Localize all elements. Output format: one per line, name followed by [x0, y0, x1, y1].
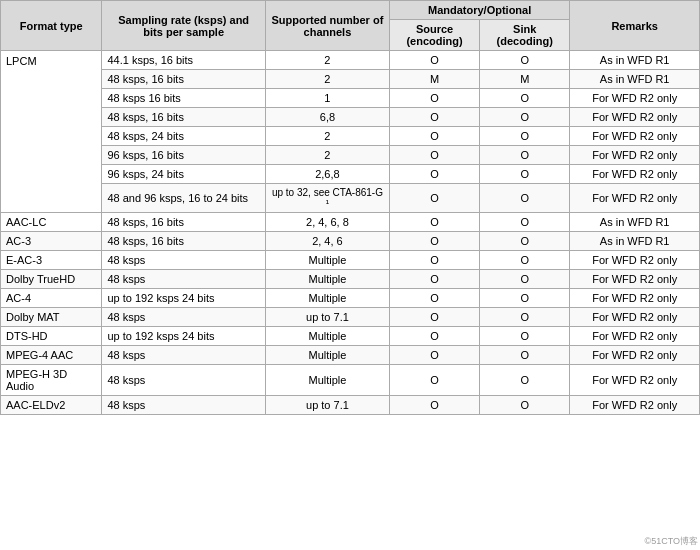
cell-sink: O — [480, 270, 570, 289]
table-row: 96 ksps, 24 bits2,6,8OOFor WFD R2 only — [1, 165, 700, 184]
cell-sink: O — [480, 232, 570, 251]
header-mandatory-optional: Mandatory/Optional — [389, 1, 569, 20]
cell-channels: 2,6,8 — [265, 165, 389, 184]
cell-remarks: As in WFD R1 — [570, 213, 700, 232]
cell-source: O — [389, 127, 479, 146]
cell-source: O — [389, 270, 479, 289]
table-row: 48 and 96 ksps, 16 to 24 bitsup to 32, s… — [1, 184, 700, 213]
table-row: Dolby TrueHD48 kspsMultipleOOFor WFD R2 … — [1, 270, 700, 289]
cell-remarks: For WFD R2 only — [570, 396, 700, 415]
cell-sink: O — [480, 346, 570, 365]
cell-sampling: 48 ksps, 16 bits — [102, 232, 265, 251]
cell-source: O — [389, 289, 479, 308]
cell-format: Dolby MAT — [1, 308, 102, 327]
cell-channels: 6,8 — [265, 108, 389, 127]
cell-remarks: For WFD R2 only — [570, 270, 700, 289]
cell-channels: 2, 4, 6, 8 — [265, 213, 389, 232]
cell-sampling: 48 ksps, 16 bits — [102, 213, 265, 232]
cell-format: DTS-HD — [1, 327, 102, 346]
cell-sink: O — [480, 184, 570, 213]
cell-remarks: For WFD R2 only — [570, 365, 700, 396]
cell-channels: up to 32, see CTA-861-G ¹ — [265, 184, 389, 213]
cell-channels: Multiple — [265, 270, 389, 289]
cell-sampling: 48 ksps, 24 bits — [102, 127, 265, 146]
cell-channels: Multiple — [265, 327, 389, 346]
table-row: AC-4up to 192 ksps 24 bitsMultipleOOFor … — [1, 289, 700, 308]
cell-source: O — [389, 365, 479, 396]
cell-source: O — [389, 327, 479, 346]
cell-format: AC-3 — [1, 232, 102, 251]
cell-sampling: up to 192 ksps 24 bits — [102, 327, 265, 346]
table-row: AC-348 ksps, 16 bits2, 4, 6OOAs in WFD R… — [1, 232, 700, 251]
table-row: MPEG-H 3D Audio48 kspsMultipleOOFor WFD … — [1, 365, 700, 396]
cell-sink: O — [480, 396, 570, 415]
cell-sampling: 48 ksps — [102, 396, 265, 415]
cell-remarks: For WFD R2 only — [570, 127, 700, 146]
cell-sink: O — [480, 365, 570, 396]
cell-source: O — [389, 146, 479, 165]
cell-channels: up to 7.1 — [265, 396, 389, 415]
cell-sink: O — [480, 89, 570, 108]
audio-format-table: Format type Sampling rate (ksps) and bit… — [0, 0, 700, 415]
cell-channels: 2 — [265, 51, 389, 70]
cell-remarks: As in WFD R1 — [570, 70, 700, 89]
cell-sink: O — [480, 308, 570, 327]
table-body: LPCM44.1 ksps, 16 bits2OOAs in WFD R148 … — [1, 51, 700, 415]
table-row: 96 ksps, 16 bits2OOFor WFD R2 only — [1, 146, 700, 165]
cell-source: M — [389, 70, 479, 89]
table-row: 48 ksps, 16 bits2MMAs in WFD R1 — [1, 70, 700, 89]
cell-source: O — [389, 396, 479, 415]
cell-remarks: For WFD R2 only — [570, 108, 700, 127]
cell-source: O — [389, 308, 479, 327]
header-row-top: Format type Sampling rate (ksps) and bit… — [1, 1, 700, 20]
cell-sampling: 48 ksps, 16 bits — [102, 108, 265, 127]
table-row: 48 ksps 16 bits1OOFor WFD R2 only — [1, 89, 700, 108]
table-row: DTS-HDup to 192 ksps 24 bitsMultipleOOFo… — [1, 327, 700, 346]
cell-channels: Multiple — [265, 289, 389, 308]
cell-remarks: For WFD R2 only — [570, 146, 700, 165]
cell-remarks: For WFD R2 only — [570, 251, 700, 270]
cell-source: O — [389, 213, 479, 232]
cell-sampling: 48 ksps, 16 bits — [102, 70, 265, 89]
cell-sink: O — [480, 251, 570, 270]
cell-channels: 2 — [265, 146, 389, 165]
cell-remarks: For WFD R2 only — [570, 308, 700, 327]
cell-remarks: For WFD R2 only — [570, 327, 700, 346]
cell-source: O — [389, 165, 479, 184]
cell-sampling: 48 ksps 16 bits — [102, 89, 265, 108]
table-row: 48 ksps, 24 bits2OOFor WFD R2 only — [1, 127, 700, 146]
cell-source: O — [389, 51, 479, 70]
cell-sink: O — [480, 51, 570, 70]
cell-format: E-AC-3 — [1, 251, 102, 270]
cell-sink: O — [480, 108, 570, 127]
cell-format: MPEG-H 3D Audio — [1, 365, 102, 396]
header-sampling: Sampling rate (ksps) and bits per sample — [102, 1, 265, 51]
cell-source: O — [389, 251, 479, 270]
cell-sink: O — [480, 146, 570, 165]
cell-channels: 2 — [265, 127, 389, 146]
cell-sampling: 96 ksps, 16 bits — [102, 146, 265, 165]
cell-channels: Multiple — [265, 251, 389, 270]
cell-channels: 2, 4, 6 — [265, 232, 389, 251]
cell-format: AC-4 — [1, 289, 102, 308]
table-row: MPEG-4 AAC48 kspsMultipleOOFor WFD R2 on… — [1, 346, 700, 365]
cell-sampling: up to 192 ksps 24 bits — [102, 289, 265, 308]
cell-sink: O — [480, 213, 570, 232]
cell-remarks: As in WFD R1 — [570, 51, 700, 70]
cell-remarks: For WFD R2 only — [570, 165, 700, 184]
cell-sampling: 48 ksps — [102, 251, 265, 270]
cell-remarks: For WFD R2 only — [570, 289, 700, 308]
cell-format: Dolby TrueHD — [1, 270, 102, 289]
header-remarks: Remarks — [570, 1, 700, 51]
cell-source: O — [389, 89, 479, 108]
cell-remarks: For WFD R2 only — [570, 184, 700, 213]
table-row: LPCM44.1 ksps, 16 bits2OOAs in WFD R1 — [1, 51, 700, 70]
cell-sampling: 48 ksps — [102, 365, 265, 396]
header-sink: Sink (decoding) — [480, 20, 570, 51]
cell-remarks: For WFD R2 only — [570, 346, 700, 365]
cell-source: O — [389, 346, 479, 365]
header-format: Format type — [1, 1, 102, 51]
cell-format: LPCM — [1, 51, 102, 213]
cell-sampling: 96 ksps, 24 bits — [102, 165, 265, 184]
cell-sink: O — [480, 289, 570, 308]
